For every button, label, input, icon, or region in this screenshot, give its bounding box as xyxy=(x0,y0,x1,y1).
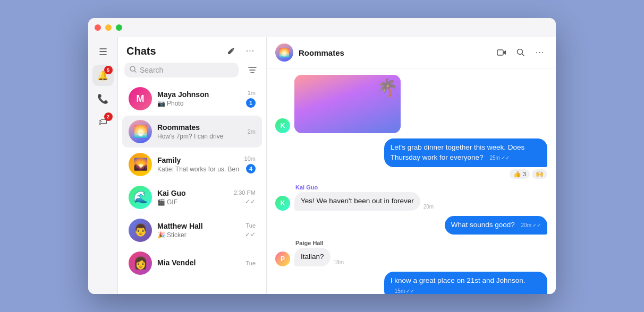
chat-item-roommates[interactable]: 🌅 Roommates How's 7pm? I can drive 2m xyxy=(122,116,262,148)
chat-item-maya[interactable]: M Maya Johnson 📷Photo 1m 1 xyxy=(122,83,262,115)
avatar-kai: 🌊 xyxy=(129,186,152,209)
chat-meta-mia: Tue xyxy=(245,260,256,266)
avatar-matthew: 👨 xyxy=(129,219,152,242)
chat-info-family: Family Katie: That works for us, Ben is … xyxy=(157,156,239,173)
chat-item-matthew[interactable]: 👨 Matthew Hall 🎉Sticker Tue ✓✓ xyxy=(122,214,262,246)
bubble-sent1: Let's grab dinner together this week. Do… xyxy=(384,138,547,167)
search-icon xyxy=(130,66,137,74)
msg-sender-paige: Paige Hall xyxy=(294,240,344,246)
phone-icon: 📞 xyxy=(97,93,108,105)
chat-header-name: Roommates xyxy=(299,48,489,57)
chat-name-roommates: Roommates xyxy=(157,123,242,132)
msg-avatar-paige: P xyxy=(275,252,290,266)
chat-info-mia: Mia Vendel xyxy=(157,258,240,268)
search-chat-btn[interactable] xyxy=(513,45,528,60)
app-body: ☰ 🔔 5 📞 🏷 2 Chats xyxy=(88,37,556,294)
video-icon xyxy=(497,48,506,57)
messages-area: K 🌴 30m Let's grab dinner xyxy=(267,68,556,294)
archive-icon-btn[interactable]: 🏷 2 xyxy=(92,111,114,133)
chat-time-kai: 2:30 PM xyxy=(234,189,256,196)
menu-icon-btn[interactable]: ☰ xyxy=(92,41,114,63)
more-options-btn[interactable]: ··· xyxy=(243,44,258,58)
msg-content-paige: Paige Hall Italian? 18m xyxy=(294,240,344,266)
chat-meta-family: 10m 4 xyxy=(244,155,256,174)
bubble-sent3: I know a great place on 21st and Johnson… xyxy=(384,272,547,294)
filter-btn[interactable] xyxy=(245,63,260,77)
msg-avatar-kai: K xyxy=(275,196,290,211)
chats-badge: 5 xyxy=(104,66,113,74)
compose-icon xyxy=(227,47,235,55)
search-bar xyxy=(124,63,239,77)
titlebar xyxy=(88,18,556,37)
chat-list-header-icons: ··· xyxy=(224,44,258,58)
svg-rect-2 xyxy=(497,50,503,55)
menu-icon: ☰ xyxy=(99,46,107,58)
read-icon-matthew: ✓✓ xyxy=(245,231,256,238)
ellipsis-icon: ··· xyxy=(246,46,255,56)
chat-name-maya: Maya Johnson xyxy=(157,90,241,99)
search-chat-icon xyxy=(516,48,525,57)
double-check-icon3: ✓✓ xyxy=(406,288,414,294)
message-row-sent1: Let's grab dinner together this week. Do… xyxy=(275,138,547,179)
chat-preview-kai: 🎬GIF xyxy=(157,198,228,206)
chat-item-family[interactable]: 🌄 Family Katie: That works for us, Ben i… xyxy=(122,149,262,180)
maximize-button[interactable] xyxy=(116,24,122,31)
bubble-paige: Italian? xyxy=(294,248,331,266)
icon-sidebar: ☰ 🔔 5 📞 🏷 2 xyxy=(88,37,118,294)
chats-icon-btn[interactable]: 🔔 5 xyxy=(92,65,114,86)
chat-meta-roommates: 2m xyxy=(248,128,256,135)
chat-preview-maya: 📷Photo xyxy=(157,100,241,107)
double-check-icon: ✓✓ xyxy=(501,154,510,162)
chat-name-mia: Mia Vendel xyxy=(157,258,240,267)
chat-preview-family: Katie: That works for us, Ben is flying … xyxy=(157,166,239,173)
chat-list-title: Chats xyxy=(126,45,156,57)
svg-line-4 xyxy=(522,54,524,56)
message-row-paige: P Paige Hall Italian? 18m xyxy=(275,240,547,266)
chat-items: M Maya Johnson 📷Photo 1m 1 xyxy=(118,82,266,294)
msg-content-sent1: Let's grab dinner together this week. Do… xyxy=(384,138,547,179)
msg-text-sent2: What sounds good? xyxy=(451,221,515,229)
chat-name-matthew: Matthew Hall xyxy=(157,222,240,230)
read-icon-kai: ✓✓ xyxy=(245,198,256,205)
video-call-btn[interactable] xyxy=(494,45,509,60)
reaction-hands[interactable]: 🙌 xyxy=(532,169,547,179)
message-row-kai: K Kai Guo Yes! We haven't been out in fo… xyxy=(275,184,547,211)
chat-more-btn[interactable]: ··· xyxy=(532,45,547,60)
chat-meta-kai: 2:30 PM ✓✓ xyxy=(234,189,256,205)
message-row-sent2: What sounds good? 20m ✓✓ xyxy=(275,216,547,235)
chat-header-avatar: 🌅 xyxy=(275,44,293,62)
chat-list-panel: Chats ··· xyxy=(118,37,267,294)
chat-name-family: Family xyxy=(157,156,239,164)
chat-meta-maya: 1m 1 xyxy=(246,90,256,108)
compose-icon-btn[interactable] xyxy=(224,44,239,58)
msg-time-sent1: 25m ✓✓ xyxy=(489,154,509,162)
chat-info-kai: Kai Guo 🎬GIF xyxy=(157,189,228,206)
msg-content-kai: Kai Guo Yes! We haven't been out in fore… xyxy=(294,184,434,211)
chat-header-info: Roommates xyxy=(299,48,489,57)
chat-info-roommates: Roommates How's 7pm? I can drive xyxy=(157,123,242,140)
close-button[interactable] xyxy=(95,24,101,31)
msg-time-kai: 20m xyxy=(423,204,434,210)
minimize-button[interactable] xyxy=(105,24,112,31)
search-input[interactable] xyxy=(140,66,233,74)
reaction-thumbs[interactable]: 👍3 xyxy=(510,169,530,179)
msg-sender-kai: Kai Guo xyxy=(294,184,434,190)
msg-content-media: 🌴 30m xyxy=(294,75,401,133)
unread-badge-maya: 1 xyxy=(246,98,256,108)
msg-time-sent2: 20m ✓✓ xyxy=(521,222,541,229)
calls-icon-btn[interactable]: 📞 xyxy=(92,88,114,109)
avatar-maya: M xyxy=(129,87,152,110)
chat-main: 🌅 Roommates xyxy=(267,37,556,294)
chat-info-maya: Maya Johnson 📷Photo xyxy=(157,90,241,107)
unread-badge-family: 4 xyxy=(246,164,256,174)
media-bubble: 🌴 30m xyxy=(294,75,401,133)
app-window: ☰ 🔔 5 📞 🏷 2 Chats xyxy=(88,18,556,294)
chat-preview-roommates: How's 7pm? I can drive xyxy=(157,133,242,140)
chat-item-mia[interactable]: 👩 Mia Vendel Tue xyxy=(122,247,262,279)
chat-list-header: Chats ··· xyxy=(118,37,266,63)
chat-time-family: 10m xyxy=(244,155,256,162)
chat-item-kai[interactable]: 🌊 Kai Guo 🎬GIF 2:30 PM ✓✓ xyxy=(122,181,262,213)
double-check-icon2: ✓✓ xyxy=(532,222,541,229)
chat-time-matthew: Tue xyxy=(245,222,256,229)
msg-time-sent3: 15m ✓✓ xyxy=(395,288,414,294)
